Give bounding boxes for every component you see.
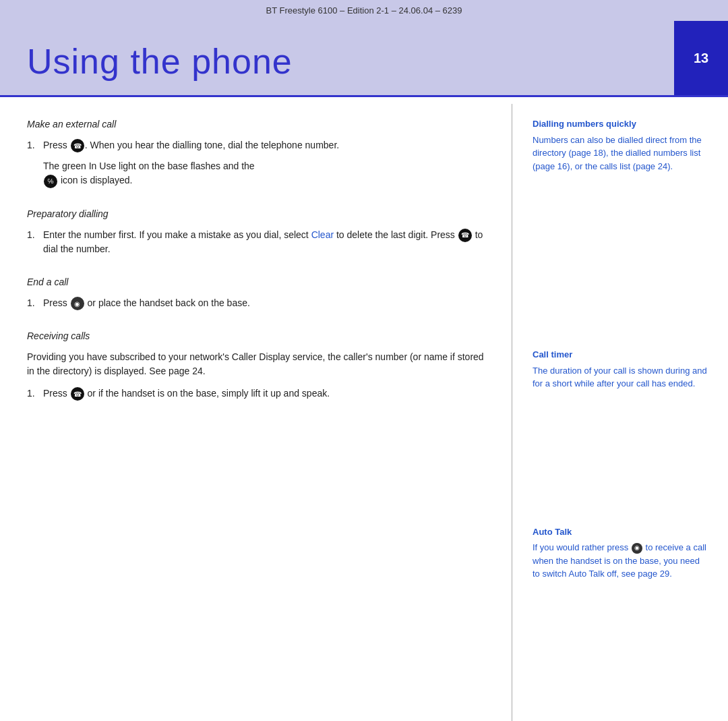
note-title-auto-talk: Auto Talk bbox=[533, 525, 708, 539]
note-dialling-numbers-quickly: Dialling numbers quickly Numbers can als… bbox=[533, 117, 708, 173]
section-heading-prep-dialling: Preparatory dialling bbox=[27, 207, 485, 221]
step-text: Press ◉ or place the handset back on the… bbox=[43, 296, 485, 310]
step-text: Enter the number first. If you make a mi… bbox=[43, 228, 485, 256]
step-note: The green In Use light on the base flash… bbox=[43, 159, 485, 188]
section-heading-end-call: End a call bbox=[27, 275, 485, 289]
note-body-auto-talk: If you would rather press ◉ to receive a… bbox=[533, 541, 708, 581]
page-number-block: 13 bbox=[674, 21, 728, 95]
section-heading-receiving-calls: Receiving calls bbox=[27, 329, 485, 343]
note-body-dialling: Numbers can also be dialled direct from … bbox=[533, 134, 708, 173]
green-light-note: The green In Use light on the base flash… bbox=[43, 159, 485, 173]
section-end-call: End a call 1. Press ◉ or place the hands… bbox=[27, 275, 485, 310]
handset-icon: ℅ bbox=[44, 175, 57, 188]
main-content: Make an external call 1. Press ☎. When y… bbox=[0, 97, 728, 721]
phone-call-icon-3: ☎ bbox=[71, 387, 84, 401]
note-body-call-timer: The duration of your call is shown durin… bbox=[533, 364, 708, 391]
right-column: Dialling numbers quickly Numbers can als… bbox=[512, 97, 728, 721]
step-num: 1. bbox=[27, 228, 39, 256]
note-title-dialling: Dialling numbers quickly bbox=[533, 117, 708, 131]
left-column: Make an external call 1. Press ☎. When y… bbox=[0, 97, 512, 721]
section-receiving-calls: Receiving calls Providing you have subsc… bbox=[27, 329, 485, 401]
page-title: Using the phone bbox=[27, 41, 647, 82]
top-bar: BT Freestyle 6100 – Edition 2-1 – 24.06.… bbox=[0, 0, 728, 21]
step-num: 1. bbox=[27, 138, 39, 152]
note-call-timer: Call timer The duration of your call is … bbox=[533, 348, 708, 391]
step-1-prep-dialling: 1. Enter the number first. If you make a… bbox=[27, 228, 485, 256]
step-num: 1. bbox=[27, 386, 39, 401]
phone-call-icon: ☎ bbox=[71, 139, 84, 152]
spacer-1 bbox=[533, 200, 708, 348]
spacer-2 bbox=[533, 417, 708, 525]
page-number: 13 bbox=[694, 51, 708, 66]
step-text: Press ☎. When you hear the dialling tone… bbox=[43, 138, 485, 152]
phone-end-icon: ◉ bbox=[71, 297, 84, 310]
step-num: 1. bbox=[27, 296, 39, 310]
section-preparatory-dialling: Preparatory dialling 1. Enter the number… bbox=[27, 207, 485, 256]
step-1-make-call: 1. Press ☎. When you hear the dialling t… bbox=[27, 138, 485, 152]
step-1-end-call: 1. Press ◉ or place the handset back on … bbox=[27, 296, 485, 310]
phone-call-icon-2: ☎ bbox=[458, 229, 472, 242]
clear-link[interactable]: Clear bbox=[311, 229, 334, 240]
section-make-external-call: Make an external call 1. Press ☎. When y… bbox=[27, 117, 485, 188]
receiving-calls-body: Providing you have subscribed to your ne… bbox=[27, 350, 485, 378]
header-title-block: Using the phone bbox=[0, 21, 674, 95]
phone-end-icon-right: ◉ bbox=[632, 543, 642, 554]
icon-note: ℅ icon is displayed. bbox=[43, 173, 485, 188]
note-title-call-timer: Call timer bbox=[533, 348, 708, 362]
step-1-receiving: 1. Press ☎ or if the handset is on the b… bbox=[27, 386, 485, 401]
section-heading-make-external: Make an external call bbox=[27, 117, 485, 132]
step-text: Press ☎ or if the handset is on the base… bbox=[43, 386, 485, 401]
note-auto-talk: Auto Talk If you would rather press ◉ to… bbox=[533, 525, 708, 581]
edition-info: BT Freestyle 6100 – Edition 2-1 – 24.06.… bbox=[266, 5, 462, 16]
header-area: Using the phone 13 bbox=[0, 21, 728, 95]
